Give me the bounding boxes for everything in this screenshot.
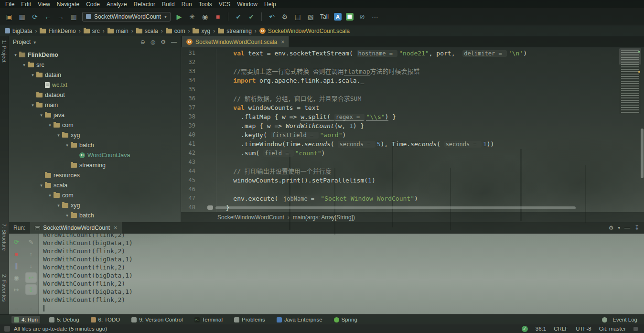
expand-arrow-icon[interactable]: ▾ [21,63,28,67]
stripe-structure[interactable]: 7: Structure [1,224,7,251]
chevron-down-icon[interactable]: ▾ [33,40,36,45]
toolwindow-switcher-icon[interactable] [4,326,10,332]
expand-arrow-icon[interactable]: ▾ [29,73,36,77]
nav-crumb[interactable]: bigData [5,28,32,34]
toolwindow-javaee[interactable]: Java Enterprise [274,316,325,323]
open-icon[interactable]: ▣ [5,12,13,21]
tree-item-batch[interactable]: ▾batch [9,210,181,220]
code-line[interactable]: 36 // 解析数据，分组，窗口化，并且聚合求SUM [181,94,644,103]
menu-analyze[interactable]: Analyze [103,1,130,8]
code-line[interactable]: 39 .map { w => WordWithCount(w, 1) } [181,121,644,130]
code-line[interactable]: 41 .timeWindow(Time.seconds( seconds = 5… [181,140,644,149]
encoding-selector[interactable]: UTF-8 [576,326,591,332]
code-line[interactable]: 46 [181,185,644,194]
close-icon[interactable]: × [281,39,284,45]
more-icon[interactable]: » [15,305,18,312]
more-icon[interactable]: ⋯ [371,12,379,21]
nav-crumb[interactable]: com [166,28,185,34]
run-config-select[interactable]: SocketWindowWordCount▾ [82,12,171,21]
block-icon[interactable]: ⊘ [358,12,366,21]
structure-icon[interactable]: ▥ [69,12,78,21]
tree-item-FlinkDemo[interactable]: ▾FlinkDemo [9,50,181,60]
inspections-ok-icon[interactable]: ✓ [522,326,528,332]
stripe-favorites[interactable]: 2: Favorites [1,274,7,301]
code-line[interactable]: 38 .flatMap { w => w.split( regex = "\\s… [181,112,644,121]
fold-marker[interactable] [207,205,213,210]
toolwindow-run[interactable]: 4: Run [11,316,40,323]
expand-arrow-icon[interactable]: ▾ [46,123,54,128]
more-icon[interactable]: » [29,305,32,312]
modules-icon[interactable]: ▤ [293,12,302,21]
scroll-down-icon[interactable]: ↧ [634,225,639,231]
editor-tab[interactable]: O SocketWindowWordCount.scala × [182,36,289,47]
vertical-scrollbar[interactable] [641,129,644,178]
exit-icon[interactable]: ↦ [11,285,21,294]
expand-arrow-icon[interactable]: ▾ [12,53,19,57]
toolwindow-todo[interactable]: 6: TODO [88,316,123,323]
tree-item-com[interactable]: ▾com [9,190,181,200]
menu-help[interactable]: Help [261,1,279,8]
toolwindow-debug[interactable]: 5: Debug [47,316,82,323]
stripe-project[interactable]: 1: Project [1,40,7,62]
vcs-update-icon[interactable]: ✔ [234,12,243,21]
settings-icon[interactable]: ⚙ [609,225,614,231]
expand-arrow-icon[interactable]: ▾ [55,203,62,208]
softwrap-toggle[interactable]: ↩ [26,273,36,282]
tree-item-wc.txt[interactable]: wc.txt [9,80,181,90]
code-line[interactable]: 45 windowCounts.print().setParallelism(1… [181,176,644,185]
nav-crumb[interactable]: FlinkDemo [40,28,75,34]
code-line[interactable]: 33 //需要加上这一行隐式转换 否则在调用flatmap方法的时候会报错 [181,67,644,76]
rerun-button[interactable]: ⟳ [11,237,21,247]
toolwindow-spring[interactable]: Spring [332,316,360,323]
tree-item-batch[interactable]: ▾batch [9,140,181,150]
expand-arrow-icon[interactable]: ▾ [64,143,71,148]
artifacts-icon[interactable]: ▧ [306,12,315,21]
code-line[interactable]: 31 val text = env.socketTextStream( host… [181,49,644,58]
code-line[interactable]: 37 val windowCounts = text [181,103,644,112]
stop-button[interactable]: ■ [11,249,21,258]
minimap[interactable] [619,48,641,114]
code-line[interactable]: 32 [181,58,644,67]
tree-item-streaming[interactable]: streaming [9,160,181,170]
edit-icon[interactable]: ✎ [26,237,36,247]
code-line[interactable]: 42 .sum( field = "count") [181,149,644,158]
code-line[interactable]: 35 [181,85,644,94]
nav-crumb[interactable]: main [107,28,129,34]
menu-edit[interactable]: Edit [18,1,34,8]
nav-crumb[interactable]: xyg [193,28,210,34]
back-icon[interactable]: ← [43,12,52,21]
undo-icon[interactable]: ↶ [268,12,276,21]
collapse-all-icon[interactable]: ⊖ [140,39,145,45]
code-line[interactable]: 40 .keyBy( firstField = "word") [181,130,644,140]
tree-item-xyg[interactable]: ▾xyg [9,130,181,140]
settings-icon[interactable]: ⚙ [280,12,289,21]
stop-button[interactable]: ■ [214,12,222,21]
toolwindow-problems[interactable]: Problems [232,316,268,323]
tree-item-src[interactable]: ▾src [9,60,181,70]
nav-crumb[interactable]: src [84,28,100,34]
menu-window[interactable]: Window [234,1,261,8]
code-line[interactable]: 44 // 打印输出并设置使用一个并行度 [181,167,644,176]
menu-file[interactable]: File [2,1,18,8]
expand-arrow-icon[interactable]: ▾ [29,103,36,107]
up-icon[interactable]: ↑ [26,249,36,258]
locate-icon[interactable]: ◎ [150,39,155,45]
forward-icon[interactable]: → [56,12,65,21]
tree-item-main[interactable]: ▾main [9,100,181,110]
tree-item-xyg[interactable]: ▾xyg [9,200,181,210]
settings-icon[interactable]: ⚙ [161,39,166,45]
expand-arrow-icon[interactable]: ▾ [38,113,45,118]
horizontal-scrollbar[interactable] [215,206,576,209]
nav-crumb[interactable]: OSocketWindowWordCount.scala [259,28,350,34]
sync-icon[interactable]: ⟳ [31,12,39,21]
scroll-end-toggle[interactable]: ↧ [26,285,36,294]
event-log-button[interactable]: Event Log [612,317,637,322]
caret-position[interactable]: 36:1 [536,326,546,332]
run-button[interactable]: ▶ [175,12,183,21]
close-icon[interactable]: × [114,225,117,231]
line-ending-selector[interactable]: CRLF [554,326,568,332]
hide-icon[interactable]: — [171,39,177,45]
code-line[interactable]: 43 [181,158,644,167]
menu-navigate[interactable]: Navigate [54,1,83,8]
hide-icon[interactable]: — [624,225,630,231]
